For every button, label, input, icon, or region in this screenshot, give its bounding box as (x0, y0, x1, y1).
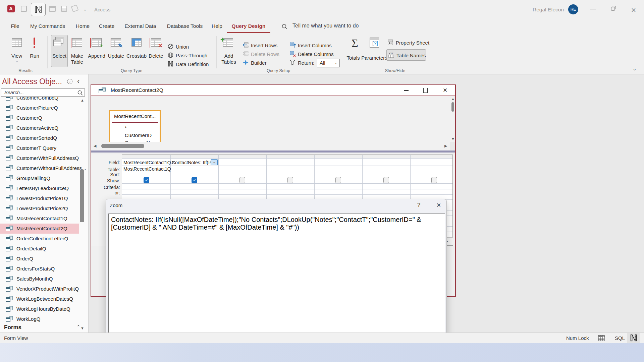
field-customerid[interactable]: CustomerID (125, 132, 152, 138)
nav-item-selected[interactable]: MostRecentContact2Q (0, 224, 79, 234)
status-numlock: Num Lock (566, 335, 589, 341)
nav-item[interactable]: OrdersForStatsQ (0, 264, 79, 274)
nav-item[interactable]: WorkLogQ (0, 314, 79, 323)
datasheet-view-icon[interactable] (598, 335, 605, 341)
union-button[interactable]: Union (168, 44, 173, 51)
save-icon[interactable] (21, 6, 27, 12)
nav-search-icon[interactable] (77, 90, 83, 96)
nav-item[interactable]: LettersByLeadSourceQ (0, 183, 79, 193)
data-definition-icon (168, 61, 173, 67)
nav-item[interactable]: OrderQ (0, 254, 79, 264)
nav-item[interactable]: LowestProductPrice1Q (0, 193, 79, 203)
data-definition-button[interactable]: Data Definition (168, 61, 173, 68)
return-dropdown[interactable]: All ⌄ (317, 59, 340, 67)
delete-columns-icon (290, 51, 296, 57)
tab-external-data[interactable]: External Data (119, 19, 162, 34)
scroll-up-icon[interactable]: ▲ (451, 97, 455, 101)
zoom-text-area[interactable]: ContactNotes: IIf(IsNull([MaxOfDateTime]… (108, 214, 445, 339)
tellme-search[interactable]: Tell me what you want to do (292, 23, 359, 29)
pass-through-button[interactable]: Pass-Through (168, 52, 173, 60)
show-checkbox[interactable] (287, 177, 293, 183)
pane-splitter[interactable] (91, 150, 455, 153)
insert-columns-button[interactable]: Insert Columns (290, 42, 296, 50)
tab-create[interactable]: Create (94, 19, 119, 34)
nav-item[interactable]: CustomerWithFullAddressQ (0, 153, 79, 163)
diagram-hscrollbar[interactable]: ◀ ▶ (91, 142, 450, 150)
nav-item[interactable]: GroupMailingQ (0, 173, 79, 183)
nav-item[interactable]: LowestProductPrice2Q (0, 203, 79, 214)
minimize-button[interactable] (590, 9, 596, 9)
nav-item[interactable]: CustomerWithoutFullAddress... (0, 163, 79, 173)
nav-scroll-thumb[interactable] (80, 170, 84, 222)
tab-query-design[interactable]: Query Design (226, 19, 271, 34)
tab-my-commands[interactable]: My Commands (24, 19, 71, 34)
show-checkbox[interactable] (335, 177, 341, 183)
avatar[interactable]: RE (568, 4, 578, 14)
nav-item[interactable]: CustomerSortedQ (0, 133, 79, 143)
query-window-title: MostRecentContact2Q (111, 87, 163, 93)
scroll-right-icon[interactable]: ▶ (444, 144, 447, 148)
show-checkbox[interactable] (192, 177, 197, 183)
nav-section-forms[interactable]: Forms ⌃ (0, 323, 89, 333)
show-checkbox[interactable] (431, 177, 437, 183)
ribbon-collapse-icon[interactable]: ⌄ (633, 66, 637, 71)
delete-columns-button[interactable]: Delete Columns (290, 51, 296, 58)
nav-menu-icon[interactable]: ⌄ (67, 79, 72, 84)
nav-item[interactable]: OrderCollectionLetterQ (0, 234, 79, 244)
nav-item[interactable]: OrderDetailQ (0, 244, 79, 254)
show-checkbox[interactable] (144, 177, 149, 183)
tab-file[interactable]: File (6, 19, 24, 34)
nav-item[interactable]: CustomerComboQ (0, 97, 79, 103)
shutter-close-icon[interactable]: ‹ (77, 77, 79, 86)
insert-columns-icon (290, 42, 296, 48)
diagram-vscrollbar[interactable]: ▲ ▼ (450, 96, 455, 142)
window-minimize-icon[interactable] (404, 90, 409, 91)
nav-search-box[interactable]: Search... (1, 88, 85, 97)
zoom-close-icon[interactable]: ✕ (436, 202, 441, 209)
group-label-results: Results (5, 68, 46, 73)
nav-item[interactable]: MostRecentContact1Q (0, 214, 79, 224)
delete-rows-button[interactable]: Delete Rows (243, 51, 249, 58)
scroll-up-icon[interactable]: ▲ (80, 99, 84, 102)
nav-item[interactable]: CustomersActiveQ (0, 123, 79, 133)
collapse-section-icon[interactable]: ⌃ (76, 324, 80, 329)
nav-item[interactable]: WorkLogBetweenDatesQ (0, 294, 79, 304)
grid-cell-field-1[interactable]: MostRecentContact1Q.* (123, 160, 174, 165)
window-close-icon[interactable]: ✕ (443, 87, 447, 94)
tab-help[interactable]: Help (208, 19, 226, 34)
format-painter-icon[interactable] (71, 4, 78, 12)
window-maximize-icon[interactable] (423, 88, 428, 93)
scroll-left-icon[interactable]: ◀ (94, 144, 96, 148)
show-checkbox[interactable] (239, 177, 245, 183)
zoom-help-icon[interactable]: ? (417, 202, 420, 208)
nav-scrollbar[interactable]: ▲ ▼ (79, 97, 85, 332)
insert-rows-button[interactable]: Insert Rows (243, 42, 249, 50)
nav-item[interactable]: VendorXProductWithProfitQ (0, 284, 79, 294)
field-star[interactable]: * (125, 125, 127, 131)
grid-cell-field-2[interactable]: ContactNotes: IIf(IsN (172, 160, 211, 165)
grid-cell-table-1[interactable]: MostRecentContact1Q (123, 166, 171, 172)
print-icon[interactable] (61, 6, 67, 12)
nav-item[interactable]: CustomerQ (0, 113, 79, 123)
tab-home[interactable]: Home (71, 19, 94, 34)
nav-item[interactable]: CustomerT Query (0, 143, 79, 153)
builder-button[interactable]: Builder (243, 60, 249, 67)
design-view-button[interactable] (627, 333, 640, 343)
view-toggle-box[interactable] (31, 3, 46, 16)
qat-customize-icon[interactable]: ⌄ (83, 7, 87, 12)
show-checkbox[interactable] (383, 177, 389, 183)
nav-item[interactable]: WorkLogHoursByDateQ (0, 304, 79, 314)
hscroll-thumb[interactable] (101, 144, 144, 148)
vscroll-thumb[interactable] (451, 102, 454, 112)
form-icon[interactable] (49, 6, 56, 12)
nav-item[interactable]: CustomerPictureQ (0, 103, 79, 113)
close-button[interactable]: ✕ (631, 6, 636, 14)
field-list-card[interactable]: MostRecentCont... * CustomerID CompanyNa… (109, 110, 161, 142)
scroll-down-icon[interactable]: ▼ (451, 137, 455, 141)
tab-database-tools[interactable]: Database Tools (162, 19, 208, 34)
user-name[interactable]: Regal Efecon- (533, 7, 566, 13)
property-sheet-button[interactable]: Property Sheet (388, 40, 393, 47)
field-dropdown-button[interactable]: ⌄ (211, 159, 218, 165)
status-sql[interactable]: SQL (615, 335, 625, 341)
nav-item[interactable]: SalesByMonthQ (0, 274, 79, 284)
